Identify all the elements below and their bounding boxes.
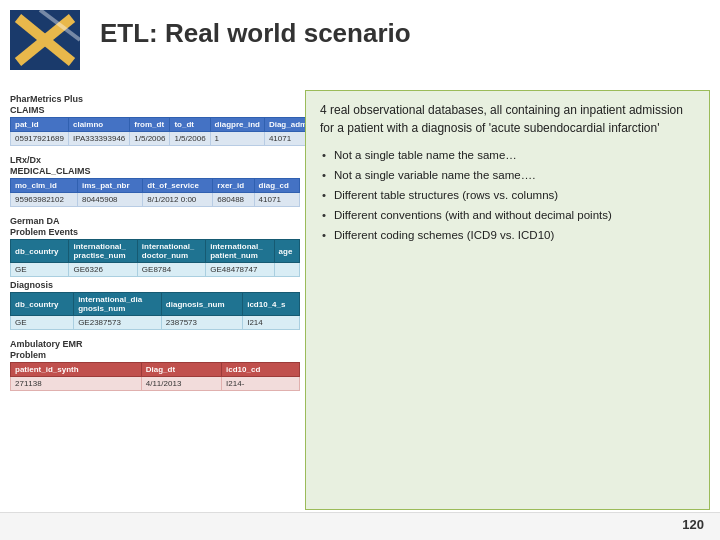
right-panel: 4 real observational databases, all cont… bbox=[305, 90, 710, 510]
bullet-4: Different conventions (with and without … bbox=[320, 207, 695, 223]
gd-icd10: I214 bbox=[243, 316, 300, 330]
bullet-5: Different coding schemes (ICD9 vs. ICD10… bbox=[320, 227, 695, 243]
lrx-col-diag_cd: diag_cd bbox=[254, 179, 299, 193]
gd-col-diagnosis_num: diagnosis_num bbox=[161, 293, 242, 316]
german-diagnosis-table: db_country international_diagnosis_num d… bbox=[10, 292, 300, 330]
amb-col-diag_dt: Diag_dt bbox=[141, 363, 221, 377]
gp-col-intl-patient: international_patient_num bbox=[206, 240, 274, 263]
amb-diag_dt: 4/11/2013 bbox=[141, 377, 221, 391]
ambulatory-table: patient_id_synth Diag_dt icd10_cd 271138… bbox=[10, 362, 300, 391]
lrx-col-ims_pat_nbr: ims_pat_nbr bbox=[77, 179, 142, 193]
lrx-ims_pat_nbr: 80445908 bbox=[77, 193, 142, 207]
gd-col-icd10: icd10_4_s bbox=[243, 293, 300, 316]
pharmetrics-table: pat_id claimno from_dt to_dt diagpre_ind… bbox=[10, 117, 348, 146]
german-problem-table: db_country international_practise_num in… bbox=[10, 239, 300, 277]
table-row: 271138 4/11/2013 I214- bbox=[11, 377, 300, 391]
ph-col-diagpre: diagpre_ind bbox=[210, 118, 264, 132]
ph-to_dt: 1/5/2006 bbox=[170, 132, 210, 146]
table-row: 95963982102 80445908 8/1/2012 0:00 68048… bbox=[11, 193, 300, 207]
gd-intl-diagnosis: GE2387573 bbox=[74, 316, 162, 330]
lrx-col-rxer_id: rxer_id bbox=[213, 179, 254, 193]
lrx-diag_cd: 41071 bbox=[254, 193, 299, 207]
gd-db_country: GE bbox=[11, 316, 74, 330]
ph-claimno: IPA333393946 bbox=[68, 132, 129, 146]
lrx-rxer_id: 680488 bbox=[213, 193, 254, 207]
bullet-2: Not a single variable name the same…. bbox=[320, 167, 695, 183]
callout-bullets: Not a single table name the same… Not a … bbox=[320, 147, 695, 243]
amb-col-patient_id: patient_id_synth bbox=[11, 363, 142, 377]
pharmetrics-label: PharMetrics Plus bbox=[10, 94, 300, 104]
gp-db_country: GE bbox=[11, 263, 69, 277]
ambulatory-label: Ambulatory EMR bbox=[10, 339, 300, 349]
ph-col-claimno: claimno bbox=[68, 118, 129, 132]
logo-area bbox=[10, 10, 90, 80]
ph-col-from_dt: from_dt bbox=[130, 118, 170, 132]
amb-patient_id: 271138 bbox=[11, 377, 142, 391]
callout-intro: 4 real observational databases, all cont… bbox=[320, 101, 695, 137]
page-number: 120 bbox=[682, 517, 704, 532]
table-row: 05917921689 IPA333393946 1/5/2006 1/5/20… bbox=[11, 132, 348, 146]
main-content: PharMetrics Plus CLAIMS pat_id claimno f… bbox=[10, 90, 710, 510]
table-row: GE GE2387573 2387573 I214 bbox=[11, 316, 300, 330]
ph-from_dt: 1/5/2006 bbox=[130, 132, 170, 146]
gp-col-db_country: db_country bbox=[11, 240, 69, 263]
gp-col-intl-doctor: international_doctor_num bbox=[137, 240, 205, 263]
bullet-3: Different table structures (rows vs. col… bbox=[320, 187, 695, 203]
ambulatory-sub-label: Problem bbox=[10, 350, 300, 360]
gp-col-intl-practise: international_practise_num bbox=[69, 240, 137, 263]
gp-age bbox=[274, 263, 299, 277]
lrx-mo_clm_id: 95963982102 bbox=[11, 193, 78, 207]
ph-col-to_dt: to_dt bbox=[170, 118, 210, 132]
ph-col-pat_id: pat_id bbox=[11, 118, 69, 132]
lrx-col-dt_of_service: dt_of_service bbox=[143, 179, 213, 193]
amb-icd10_cd: I214- bbox=[222, 377, 300, 391]
bottom-bar: 120 bbox=[0, 512, 720, 540]
german-diagnosis-label: Diagnosis bbox=[10, 280, 300, 290]
ph-pat_id: 05917921689 bbox=[11, 132, 69, 146]
left-panel: PharMetrics Plus CLAIMS pat_id claimno f… bbox=[10, 90, 300, 393]
lrx-col-mo_clm_id: mo_clm_id bbox=[11, 179, 78, 193]
amb-col-icd10_cd: icd10_cd bbox=[222, 363, 300, 377]
lrx-table-name: MEDICAL_CLAIMS bbox=[10, 166, 300, 176]
company-logo bbox=[10, 10, 80, 70]
gp-col-age: age bbox=[274, 240, 299, 263]
lrx-dt_of_service: 8/1/2012 0:00 bbox=[143, 193, 213, 207]
gd-col-intl-diagnosis: international_diagnosis_num bbox=[74, 293, 162, 316]
ph-diagpre: 1 bbox=[210, 132, 264, 146]
gp-doctor: GE8784 bbox=[137, 263, 205, 277]
bullet-1: Not a single table name the same… bbox=[320, 147, 695, 163]
pharmetrics-table-name: CLAIMS bbox=[10, 105, 300, 115]
gp-practise: GE6326 bbox=[69, 263, 137, 277]
german-da-label: German DA bbox=[10, 216, 300, 226]
gp-patient: GE48478747 bbox=[206, 263, 274, 277]
gd-diagnosis_num: 2387573 bbox=[161, 316, 242, 330]
german-problem-label: Problem Events bbox=[10, 227, 300, 237]
gd-col-db_country: db_country bbox=[11, 293, 74, 316]
table-row: GE GE6326 GE8784 GE48478747 bbox=[11, 263, 300, 277]
page-title: ETL: Real world scenario bbox=[100, 18, 411, 49]
lrx-table: mo_clm_id ims_pat_nbr dt_of_service rxer… bbox=[10, 178, 300, 207]
lrx-label: LRx/Dx bbox=[10, 155, 300, 165]
